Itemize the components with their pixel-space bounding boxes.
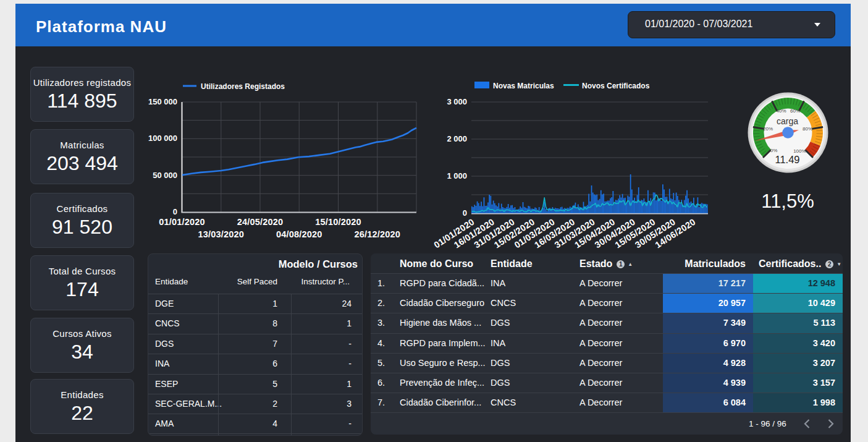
svg-text:carga: carga [777,116,798,126]
svg-text:13/03/2020: 13/03/2020 [198,229,244,239]
svg-text:1 000: 1 000 [447,171,467,181]
svg-text:150 000: 150 000 [148,97,177,106]
svg-text:100%: 100% [793,148,806,154]
svg-text:Utilizadores Registados: Utilizadores Registados [201,82,285,91]
svg-text:11.49: 11.49 [775,154,799,165]
svg-text:3 000: 3 000 [447,97,467,106]
svg-text:0: 0 [173,207,177,216]
svg-text:0: 0 [463,208,467,218]
svg-text:50 000: 50 000 [153,171,177,180]
svg-text:Novas Matriculas: Novas Matriculas [493,82,554,90]
svg-text:20%: 20% [763,126,773,132]
svg-text:01/01/2020: 01/01/2020 [159,217,205,227]
svg-text:60%: 60% [790,108,800,114]
svg-text:04/08/2020: 04/08/2020 [276,229,322,239]
svg-text:100 000: 100 000 [148,134,177,143]
svg-text:0%: 0% [770,148,778,153]
svg-text:80%: 80% [803,126,812,132]
svg-text:Novos Certificados: Novos Certificados [582,82,650,90]
svg-text:15/10/2020: 15/10/2020 [315,217,361,227]
svg-text:26/12/2020: 26/12/2020 [354,229,400,239]
svg-text:24/05/2020: 24/05/2020 [237,217,284,227]
svg-text:40%: 40% [776,108,786,114]
svg-text:2 000: 2 000 [447,134,467,143]
